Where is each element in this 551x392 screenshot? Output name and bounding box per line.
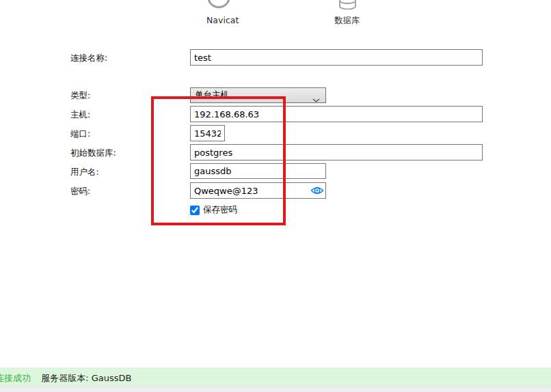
navicat-logo-icon <box>207 0 232 8</box>
initial-database-label: 初始数据库: <box>70 148 116 159</box>
database-header-label: 数据库 <box>334 15 360 27</box>
connection-name-label: 连接名称: <box>70 53 107 64</box>
server-version-text: 服务器版本: GaussDB <box>41 373 131 383</box>
database-icon <box>338 0 357 10</box>
status-bar: 连接成功 服务器版本: GaussDB <box>0 367 551 387</box>
password-label: 密码: <box>70 186 90 197</box>
host-label: 主机: <box>70 109 90 121</box>
port-input[interactable] <box>190 125 225 141</box>
save-password-checkbox[interactable] <box>190 206 200 215</box>
status-text: 连接成功 服务器版本: GaussDB <box>0 372 131 384</box>
navicat-header-label: Navicat <box>206 15 239 25</box>
type-select-value: 单台主机 <box>195 89 229 101</box>
show-password-eye-icon[interactable] <box>310 186 325 197</box>
host-input[interactable] <box>190 106 483 122</box>
password-input[interactable] <box>190 182 326 199</box>
connection-name-input[interactable] <box>190 49 483 66</box>
port-label: 端口: <box>70 128 90 140</box>
username-label: 用户名: <box>70 167 99 178</box>
bottom-strip <box>0 387 551 392</box>
save-password-label: 保存密码 <box>203 204 237 216</box>
connection-success-text: 连接成功 <box>0 373 31 383</box>
chevron-down-icon <box>312 94 320 104</box>
type-select[interactable]: 单台主机 <box>190 87 326 103</box>
type-label: 类型: <box>70 90 90 102</box>
initial-database-input[interactable] <box>190 144 483 160</box>
username-input[interactable] <box>190 163 326 179</box>
connection-dialog: Navicat 数据库 连接名称: 类型: 单台主机 主机: 端口: 初始数据库… <box>0 0 551 392</box>
